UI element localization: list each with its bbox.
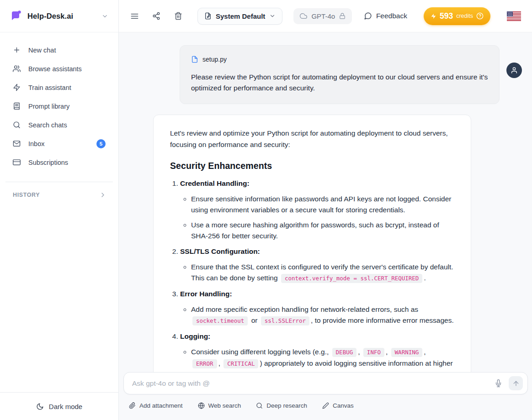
composer: Add attachmentWeb searchDeep researchCan… — [119, 372, 532, 420]
workspace-switcher[interactable]: Help-Desk.ai — [0, 0, 118, 32]
model-selector[interactable]: GPT-4o — [293, 8, 352, 24]
chevron-down-icon — [101, 13, 108, 20]
inline-code: ERROR — [192, 359, 217, 368]
attachment-name: setup.py — [202, 56, 227, 63]
cloud-icon — [300, 12, 307, 20]
deep-research-button[interactable]: Deep research — [256, 402, 307, 409]
people-icon — [13, 65, 21, 73]
web-search-button[interactable]: Web search — [198, 402, 241, 409]
assistant-section: Credential Handling:Ensure sensitive inf… — [180, 179, 454, 242]
chat-area: setup.py Please review the Python script… — [119, 32, 532, 420]
assistant-heading: Security Enhancements — [170, 161, 454, 171]
section-title: Credential Handling: — [180, 179, 250, 187]
action-label: Add attachment — [139, 402, 183, 409]
chevron-right-icon — [99, 191, 106, 199]
search-icon — [13, 121, 21, 129]
inline-code: socket.timeout — [192, 316, 248, 326]
bullet-item: Add more specific exception handling for… — [191, 304, 454, 326]
credits-label: credits — [456, 13, 473, 19]
user-avatar[interactable] — [506, 63, 522, 78]
main-panel: System Default GPT-4o — [119, 0, 532, 420]
composer-actions: Add attachmentWeb searchDeep researchCan… — [123, 402, 528, 409]
action-label: Deep research — [266, 402, 307, 409]
credits-button[interactable]: 593 credits — [424, 7, 490, 25]
action-label: Web search — [208, 402, 241, 409]
sidebar-item-label: New chat — [28, 47, 56, 54]
section-title: SSL/TLS Configuration: — [180, 247, 260, 255]
sidebar-item-label: Subscriptions — [28, 159, 68, 166]
add-attachment-button[interactable]: Add attachment — [129, 402, 183, 409]
sidebar-item-prompt-library[interactable]: Prompt library — [0, 97, 118, 116]
history-label: HISTORY — [13, 192, 40, 198]
inline-code: ssl.SSLError — [261, 316, 309, 326]
search-icon — [256, 402, 263, 409]
feedback-label: Feedback — [376, 12, 407, 20]
sidebar-item-label: Train assistant — [28, 84, 71, 91]
file-pen-icon — [204, 12, 212, 20]
section-bullets: Ensure that the SSL context is configure… — [191, 262, 454, 284]
inline-code: INFO — [363, 348, 384, 357]
sidebar-item-inbox[interactable]: Inbox5 — [0, 134, 118, 153]
sidebar-history-toggle[interactable]: HISTORY — [0, 182, 118, 199]
bolt-icon — [431, 13, 436, 20]
sidebar-item-train-assistant[interactable]: Train assistant — [0, 78, 118, 97]
user-message-card: setup.py Please review the Python script… — [180, 45, 500, 104]
inline-code: WARNING — [391, 348, 423, 357]
inline-code: CRITICAL — [223, 359, 258, 368]
sidebar-item-browse-assistants[interactable]: Browse assistants — [0, 59, 118, 78]
attachment-chip[interactable]: setup.py — [191, 56, 488, 63]
canvas-button[interactable]: Canvas — [322, 402, 354, 409]
credits-value: 593 — [440, 11, 453, 21]
sidebar-item-subscriptions[interactable]: Subscriptions — [0, 153, 118, 172]
sidebar-item-new-chat[interactable]: New chat — [0, 41, 118, 59]
trash-icon[interactable] — [174, 11, 183, 21]
menu-icon[interactable] — [130, 11, 139, 21]
message-input-box — [123, 372, 528, 394]
topbar-right: Feedback 593 credits — [364, 7, 521, 25]
inline-code: DEBUG — [332, 348, 357, 357]
sidebar-item-label: Inbox — [28, 140, 44, 147]
send-button[interactable] — [509, 376, 523, 390]
feedback-button[interactable]: Feedback — [364, 12, 407, 20]
plus-icon — [13, 46, 21, 54]
lock-icon — [339, 13, 346, 19]
brand-name: Help-Desk.ai — [27, 12, 73, 21]
inbox-icon — [13, 140, 21, 147]
dark-mode-label: Dark mode — [49, 403, 82, 410]
section-title: Error Handling: — [180, 290, 232, 298]
moon-icon — [36, 403, 44, 410]
dark-mode-toggle[interactable]: Dark mode — [0, 392, 118, 420]
card-icon — [13, 158, 21, 166]
model-label: GPT-4o — [311, 12, 335, 20]
pencil-icon — [322, 402, 329, 409]
section-title: Logging: — [180, 332, 210, 340]
paperclip-icon — [129, 402, 136, 409]
assistant-section: Error Handling:Add more specific excepti… — [180, 290, 454, 326]
chat-bubble-icon — [364, 12, 372, 20]
sidebar-spacer — [0, 199, 118, 392]
assistant-section: SSL/TLS Configuration:Ensure that the SS… — [180, 247, 454, 284]
assistant-intro: Let's review and optimize your Python sc… — [170, 127, 454, 150]
lightning-icon — [13, 84, 21, 91]
system-default-dropdown[interactable]: System Default — [197, 8, 282, 25]
sidebar-nav: New chatBrowse assistantsTrain assistant… — [0, 32, 118, 172]
sidebar-item-label: Prompt library — [28, 103, 69, 110]
book-icon — [13, 102, 21, 110]
language-flag-us[interactable] — [507, 11, 521, 21]
bullet-item: Use a more secure hashing algorithm for … — [191, 220, 454, 242]
help-circle-icon — [476, 12, 484, 20]
system-default-label: System Default — [216, 12, 265, 20]
sidebar-item-label: Browse assistants — [28, 65, 82, 73]
section-bullets: Add more specific exception handling for… — [191, 304, 454, 326]
share-icon[interactable] — [152, 11, 161, 21]
bullet-item: Ensure sensitive information like passwo… — [191, 194, 454, 215]
microphone-icon[interactable] — [491, 377, 505, 390]
file-icon — [191, 56, 198, 63]
sidebar-item-label: Search chats — [28, 121, 67, 129]
sidebar-item-search-chats[interactable]: Search chats — [0, 116, 118, 134]
bullet-item: Ensure that the SSL context is configure… — [191, 262, 454, 284]
user-message-text: Please review the Python script for auto… — [191, 72, 488, 94]
inline-code: context.verify_mode = ssl.CERT_REQUIRED — [281, 274, 423, 283]
sidebar: Help-Desk.ai New chatBrowse assistantsTr… — [0, 0, 119, 420]
message-input[interactable] — [126, 379, 491, 388]
